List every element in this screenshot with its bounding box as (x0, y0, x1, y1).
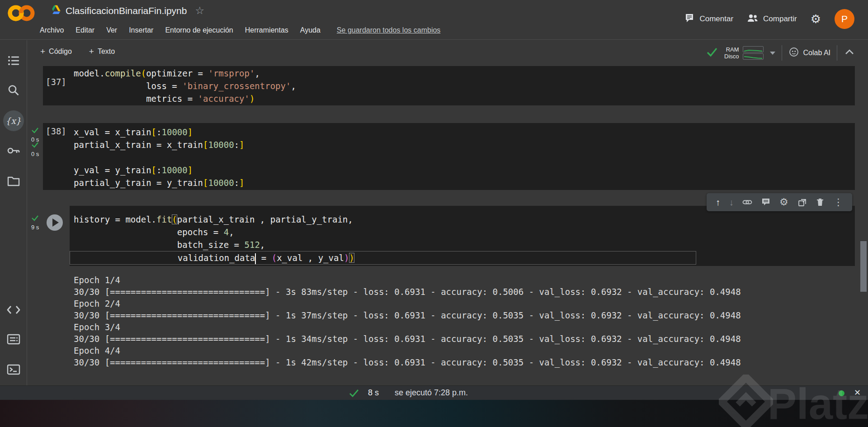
code-cell-37[interactable]: [37] model.compile(optimizer = 'rmsprop'… (43, 66, 855, 105)
close-status-icon[interactable] (854, 388, 861, 398)
colab-logo-icon[interactable] (7, 4, 35, 24)
output-line: 30/30 [==============================] -… (74, 356, 741, 368)
code-line[interactable] (43, 151, 855, 164)
check-icon (31, 127, 39, 133)
add-comment-icon[interactable] (761, 198, 770, 207)
menu-archivo[interactable]: Archivo (40, 26, 64, 34)
table-of-contents-icon[interactable] (8, 55, 19, 68)
disk-sparkline (743, 53, 764, 60)
connected-check-icon (706, 47, 718, 59)
add-text-button[interactable]: Texto (89, 47, 115, 57)
drive-icon (51, 5, 61, 16)
notebook-area: 0 s [37] model.compile(optimizer = 'rmsp… (28, 66, 868, 385)
delete-cell-trash-icon[interactable] (816, 198, 825, 207)
cell-output: Epoch 1/430/30 [========================… (74, 274, 741, 368)
terminal-icon[interactable] (7, 364, 20, 377)
cell-38-exec-count[interactable]: [38] (46, 126, 66, 136)
more-actions-icon[interactable] (834, 197, 843, 208)
code-cell-38[interactable]: [38] x_val = x_train[:10000]partial_x_tr… (43, 123, 855, 190)
menu-insertar[interactable]: Insertar (129, 26, 153, 34)
ram-label: RAM (724, 46, 739, 53)
divider (782, 45, 782, 61)
comment-button[interactable]: Comentar (684, 13, 733, 26)
output-line: Epoch 1/4 (74, 274, 741, 286)
menu-editar[interactable]: Editar (75, 26, 94, 34)
code-line[interactable]: epochs = 4, (70, 226, 855, 238)
add-code-button[interactable]: Código (40, 47, 72, 57)
code-snippets-icon[interactable] (7, 304, 20, 317)
variables-icon[interactable]: {x} (3, 110, 24, 131)
copy-link-icon[interactable] (742, 197, 752, 207)
vertical-scrollbar-thumb[interactable] (860, 241, 867, 292)
resources-indicator[interactable]: RAM Disco (724, 46, 775, 60)
code-line[interactable]: partial_x_train = x_train[10000:] (43, 138, 855, 151)
code-line[interactable]: x_val = x_train[:10000] (43, 126, 855, 138)
settings-gear-icon[interactable] (811, 12, 821, 26)
check-icon (31, 215, 39, 221)
code-line[interactable]: model.compile(optimizer = 'rmsprop', (43, 67, 855, 80)
code-line[interactable]: batch_size = 512, (70, 238, 855, 251)
output-line: Epoch 3/4 (74, 321, 741, 333)
status-green-dot (839, 390, 844, 396)
code-line[interactable]: history = model.fit(partial_x_train , pa… (70, 213, 855, 226)
run-cell-button[interactable] (47, 214, 63, 231)
plus-icon (40, 47, 45, 57)
menu-entorno[interactable]: Entorno de ejecución (165, 26, 233, 34)
menu-ver[interactable]: Ver (106, 26, 117, 34)
secrets-key-icon[interactable] (7, 145, 20, 158)
execution-status-bar: 8 s se ejecutó 7:28 p.m. (0, 385, 868, 400)
open-in-tab-icon[interactable] (797, 198, 807, 207)
play-icon (52, 218, 59, 227)
menu-bar: Archivo Editar Ver Insertar Entorno de e… (40, 26, 440, 34)
notebook-title[interactable]: ClasificacionBinariaFin.ipynb (66, 5, 187, 16)
left-sidebar: {x} (0, 40, 27, 385)
command-palette-icon[interactable] (7, 333, 20, 347)
disk-label: Disco (724, 53, 739, 60)
code-line[interactable]: validation_data = (x_val , y_val)) (70, 251, 696, 265)
execution-message: se ejecutó 7:28 p.m. (395, 388, 468, 398)
plus-icon (89, 47, 94, 57)
menu-herramientas[interactable]: Herramientas (245, 26, 288, 34)
people-icon (747, 13, 759, 26)
colab-window: ClasificacionBinariaFin.ipynb Archivo Ed… (0, 0, 868, 427)
star-icon[interactable] (195, 5, 204, 17)
output-line: Epoch 4/4 (74, 345, 741, 356)
colab-ai-button[interactable]: Colab AI (788, 47, 830, 59)
execution-duration: 8 s (368, 388, 379, 398)
ram-sparkline (743, 46, 764, 52)
save-status-link[interactable]: Se guardaron todos los cambios (337, 26, 440, 34)
chevron-down-icon[interactable] (770, 52, 775, 55)
cell-37-exec-count[interactable]: [37] (46, 77, 66, 87)
comment-icon (684, 13, 695, 26)
notebook-toolbar: Código Texto RAM Disco (28, 40, 868, 66)
output-line: 30/30 [==============================] -… (74, 309, 741, 321)
code-line[interactable]: metrics = 'accuracy') (43, 92, 855, 105)
user-avatar[interactable]: P (835, 9, 854, 29)
collapse-chevron-up-icon[interactable] (844, 48, 855, 58)
colab-ai-icon (788, 47, 799, 59)
files-folder-icon[interactable] (7, 176, 20, 188)
share-button[interactable]: Compartir (747, 13, 797, 26)
executed-check-icon (349, 389, 359, 399)
header: ClasificacionBinariaFin.ipynb Archivo Ed… (0, 0, 868, 40)
menu-ayuda[interactable]: Ayuda (300, 26, 321, 34)
code-line[interactable]: partial_y_train = y_train[10000:] (43, 176, 855, 189)
output-line: 30/30 [==============================] -… (74, 286, 741, 298)
move-cell-up-icon[interactable] (716, 197, 720, 208)
cell-toolbar (707, 193, 852, 211)
windows-taskbar: W P P (0, 400, 868, 427)
code-cell-fit[interactable]: history = model.fit(partial_x_train , pa… (70, 206, 855, 266)
search-icon[interactable] (7, 84, 19, 98)
divider (837, 45, 837, 61)
code-line[interactable]: y_val = y_train[:10000] (43, 164, 855, 176)
output-line: 30/30 [==============================] -… (74, 333, 741, 345)
output-line: Epoch 2/4 (74, 298, 741, 309)
code-line[interactable]: loss = 'binary_crossentropy', (43, 80, 855, 92)
cell-settings-gear-icon[interactable] (779, 196, 788, 208)
move-cell-down-icon[interactable] (729, 197, 734, 208)
